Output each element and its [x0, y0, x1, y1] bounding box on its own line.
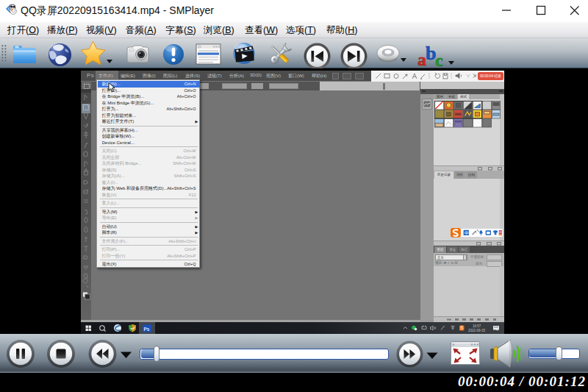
svg-text:Ps: Ps: [144, 326, 150, 331]
svg-text:中: 中: [465, 231, 469, 235]
svg-text:16:57: 16:57: [473, 324, 481, 328]
svg-text:c: c: [435, 51, 443, 67]
svg-text:2022-09-15: 2022-09-15: [468, 329, 486, 332]
svg-text:a: a: [417, 50, 426, 67]
